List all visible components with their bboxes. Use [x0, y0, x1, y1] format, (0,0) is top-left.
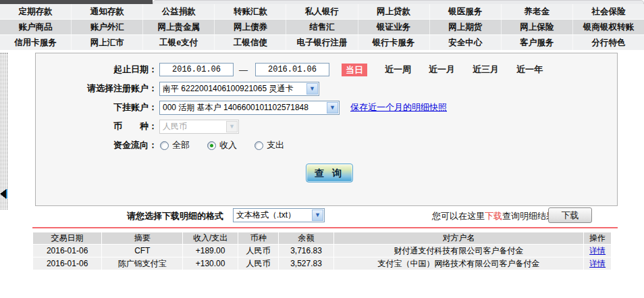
main-navigation: 定期存款 通知存款 公益捐款 转账汇款 私人银行 网上贷款 银医服务 养老金 社…: [0, 4, 644, 51]
nav-item-charity-donation[interactable]: 公益捐款: [143, 4, 215, 19]
nav-item-icbc-messenger[interactable]: 工银信使: [215, 35, 286, 50]
quick-range-today-badge[interactable]: 当日: [342, 64, 367, 76]
register-account-select[interactable]: 南平 6222001406100921065 灵通卡 ▼: [159, 82, 319, 96]
nav-item-credit-card-service[interactable]: 信用卡服务: [0, 35, 72, 50]
nav-item-account-forex[interactable]: 账户外汇: [72, 20, 143, 34]
download-hint-link[interactable]: 下载: [485, 211, 502, 221]
download-format-label: 请您选择下载明细的格式: [127, 210, 223, 222]
nav-item-pension[interactable]: 养老金: [502, 4, 573, 19]
col-header-summary: 摘要: [102, 232, 182, 244]
download-button[interactable]: 下载: [548, 207, 592, 223]
col-header-counterparty: 对方户名: [334, 232, 584, 244]
cell-amount: +189.00: [183, 245, 237, 257]
flow-radio-expense-label: 支出: [267, 139, 284, 151]
nav-item-notice-deposit[interactable]: 通知存款: [72, 4, 143, 19]
nav-item-transfer-remittance[interactable]: 转账汇款: [215, 4, 286, 19]
quick-range-last-3-months[interactable]: 近三月: [473, 64, 499, 76]
nav-item-bank-securities[interactable]: 银证业务: [358, 20, 430, 34]
download-format-select[interactable]: 文本格式（.txt） ▼: [233, 208, 325, 222]
radio-icon[interactable]: [207, 141, 216, 150]
nav-item-online-bonds[interactable]: 网上债券: [215, 20, 286, 34]
nav-item-precious-metals[interactable]: 网上贵金属: [143, 20, 215, 34]
flow-radio-all-label: 全部: [172, 139, 190, 151]
chevron-down-icon: ▼: [306, 83, 318, 95]
nav-item-online-forex-market[interactable]: 网上汇市: [72, 35, 143, 50]
query-button[interactable]: 查 询: [306, 164, 353, 182]
col-header-action: 操作: [584, 232, 611, 244]
download-hint-suffix: 查询明细结果: [502, 211, 555, 221]
cell-currency: 人民币: [238, 257, 279, 270]
flow-radio-expense[interactable]: 支出: [254, 139, 284, 151]
currency-select-disabled: 人民币 ▼: [159, 120, 239, 134]
sidebar-splitter: [1, 53, 9, 209]
save-snapshot-link[interactable]: 保存近一个月的明细快照: [350, 101, 447, 114]
cell-action: 详情: [584, 245, 611, 257]
cell-counterparty: 支付宝（中国）网络技术有限公司客户备付金: [334, 257, 584, 270]
nav-item-ebanking-register[interactable]: 电子银行注册: [286, 35, 358, 50]
nav-row-2: 账户商品 账户外汇 网上贵金属 网上债券 结售汇 银证业务 网上期货 网上保险 …: [0, 20, 644, 35]
detail-link[interactable]: 详情: [589, 246, 606, 255]
query-form-panel: 起止日期： — 当日 近一周 近一月 近三月 近一年 请选择注册账户： 南平 6…: [35, 53, 618, 206]
col-header-currency: 币种: [238, 232, 279, 244]
nav-item-online-futures[interactable]: 网上期货: [430, 20, 502, 34]
nav-item-forex-settlement[interactable]: 结售汇: [286, 20, 358, 34]
cell-balance: 3,716.83: [279, 245, 333, 257]
col-header-amount: 收入/支出: [183, 232, 237, 244]
detail-link[interactable]: 详情: [589, 259, 606, 268]
nav-item-online-insurance[interactable]: 网上保险: [502, 20, 573, 34]
col-header-date: 交易日期: [33, 232, 101, 244]
radio-icon[interactable]: [160, 141, 169, 150]
cell-counterparty: 财付通支付科技有限公司客户备付金: [334, 245, 584, 257]
nav-item-bank-card-service[interactable]: 银行卡服务: [358, 35, 430, 50]
quick-range-last-week[interactable]: 近一周: [385, 64, 411, 76]
flow-radio-all[interactable]: 全部: [160, 139, 190, 151]
cell-action: 详情: [584, 257, 611, 270]
nav-item-private-banking[interactable]: 私人银行: [286, 4, 358, 19]
download-hint-prefix: 您可以在这里: [432, 211, 485, 221]
collapse-panel-arrow-icon[interactable]: [0, 189, 6, 199]
currency-row: 币 种： 人民币 ▼: [36, 119, 617, 134]
cell-amount: +130.00: [183, 257, 237, 270]
register-account-label: 请选择注册账户：: [36, 82, 157, 95]
download-format-value: 文本格式（.txt）: [236, 210, 296, 220]
cell-date: 2016-01-06: [33, 245, 101, 257]
nav-item-security-center[interactable]: 安全中心: [430, 35, 502, 50]
nav-item-online-loan[interactable]: 网上贷款: [358, 4, 430, 19]
icbc-transaction-query-page: 定期存款 通知存款 公益捐款 转账汇款 私人银行 网上贷款 银医服务 养老金 社…: [0, 0, 644, 298]
download-row: 请您选择下载明细的格式 文本格式（.txt） ▼ 您可以在这里下载查询明细结果 …: [0, 207, 644, 224]
currency-label: 币 种：: [36, 120, 157, 132]
cell-summary: 陈广锦支付宝: [102, 257, 182, 270]
date-to-input[interactable]: [255, 63, 329, 76]
flow-direction-label: 资金流向：: [36, 139, 157, 151]
table-row: 2016-01-06 CFT +189.00 人民币 3,716.83 财付通支…: [33, 245, 611, 257]
chevron-down-icon: ▼: [327, 102, 338, 114]
quick-range-last-year[interactable]: 近一年: [516, 64, 543, 76]
flow-radio-income-label: 收入: [219, 139, 237, 151]
nav-item-social-insurance[interactable]: 社会保险: [573, 4, 644, 19]
quick-range-last-month[interactable]: 近一月: [429, 64, 455, 76]
register-account-row: 请选择注册账户： 南平 6222001406100921065 灵通卡 ▼: [36, 81, 617, 96]
table-header-row: 交易日期 摘要 收入/支出 币种 余额 对方户名 操作: [33, 232, 611, 244]
nav-item-account-products[interactable]: 账户商品: [0, 20, 72, 34]
collapse-panel-handle: [6, 189, 7, 199]
flow-radio-income[interactable]: 收入: [207, 139, 237, 151]
table-row: 2016-01-06 陈广锦支付宝 +130.00 人民币 3,527.83 支…: [33, 257, 611, 270]
nav-item-bank-merchant-transfer[interactable]: 银商银权转账: [573, 20, 644, 34]
nav-item-customer-service[interactable]: 客户服务: [502, 35, 573, 50]
nav-item-bank-medical[interactable]: 银医服务: [430, 4, 502, 19]
date-from-input[interactable]: [159, 63, 234, 76]
nav-item-branch-features[interactable]: 分行特色: [573, 35, 644, 50]
nav-row-1: 定期存款 通知存款 公益捐款 转账汇款 私人银行 网上贷款 银医服务 养老金 社…: [0, 4, 644, 20]
nav-item-fixed-deposit[interactable]: 定期存款: [0, 4, 72, 19]
cell-summary: CFT: [102, 245, 182, 257]
nav-item-icbc-epay[interactable]: 工银e支付: [143, 35, 215, 50]
sub-account-row: 下挂账户： 000 活期 基本户 1406600101102571848 ▼ 保…: [36, 100, 617, 115]
date-range-label: 起止日期：: [36, 64, 157, 76]
register-account-value: 南平 6222001406100921065 灵通卡: [163, 84, 293, 93]
cell-date: 2016-01-06: [33, 257, 101, 270]
nav-row-3: 信用卡服务 网上汇市 工银e支付 工银信使 电子银行注册 银行卡服务 安全中心 …: [0, 35, 644, 51]
radio-icon[interactable]: [254, 141, 263, 150]
sub-account-select[interactable]: 000 活期 基本户 1406600101102571848 ▼: [159, 101, 340, 115]
download-hint: 您可以在这里下载查询明细结果: [432, 210, 555, 222]
col-header-balance: 余额: [279, 232, 333, 244]
